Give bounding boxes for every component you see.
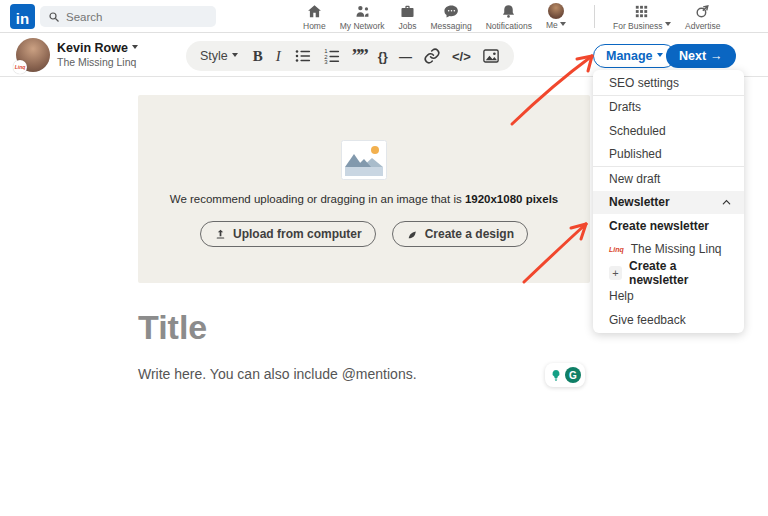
search-input[interactable]: [66, 11, 196, 23]
linkedin-logo[interactable]: in: [10, 4, 35, 29]
divider-icon[interactable]: —: [399, 49, 412, 64]
home-icon: [306, 3, 323, 20]
chat-icon: [443, 3, 460, 20]
numbered-list-icon[interactable]: 1 2 3: [323, 47, 341, 65]
menu-item-seo-settings[interactable]: SEO settings: [593, 71, 744, 95]
nav-item-label: Advertise: [685, 21, 720, 31]
manage-menu: SEO settings Drafts Scheduled Published …: [593, 70, 744, 333]
nav-item-label: My Network: [340, 21, 385, 31]
caret-down-icon: [665, 22, 671, 29]
menu-item-drafts[interactable]: Drafts: [593, 96, 744, 120]
cover-image-dropzone[interactable]: We recommend uploading or dragging in an…: [138, 95, 590, 283]
briefcase-icon: [399, 3, 416, 20]
menu-item-new-draft[interactable]: New draft: [593, 167, 744, 191]
bold-button[interactable]: B: [253, 48, 263, 65]
menu-item-newsletter[interactable]: Newsletter: [593, 191, 744, 215]
company-logo-badge: Linq: [13, 60, 27, 74]
author-subtitle: The Missing Linq: [57, 56, 136, 68]
upload-actions: Upload from computer Create a design: [138, 221, 590, 247]
caret-down-icon: [560, 22, 566, 29]
article-title-input[interactable]: Title: [138, 308, 207, 347]
caret-down-icon: [232, 53, 238, 60]
nav-divider: [594, 5, 595, 28]
author-avatar[interactable]: Linq: [16, 38, 50, 72]
me-avatar: [548, 3, 564, 19]
top-navbar: in Home My Network Jobs: [0, 0, 768, 33]
create-a-design-button[interactable]: Create a design: [392, 221, 528, 247]
page: in Home My Network Jobs: [0, 0, 768, 516]
grid-icon: [633, 3, 650, 20]
newsletter-logo-icon: Linq: [609, 246, 624, 253]
caret-down-icon: [657, 53, 663, 60]
nav-item-notifications[interactable]: Notifications: [479, 0, 539, 33]
network-icon: [354, 3, 371, 20]
svg-text:3: 3: [324, 59, 328, 65]
grammarly-widget: G: [545, 363, 585, 387]
megaphone-icon: [694, 3, 711, 20]
menu-item-the-missing-linq[interactable]: Linq The Missing Linq: [593, 238, 744, 262]
arrow-right-icon: →: [710, 49, 723, 63]
menu-item-give-feedback[interactable]: Give feedback: [593, 308, 744, 332]
search-icon: [48, 11, 60, 23]
bullet-list-icon[interactable]: [294, 47, 312, 65]
nav-item-label: Jobs: [399, 21, 417, 31]
upload-icon: [214, 228, 227, 241]
nav-item-label: Messaging: [431, 21, 472, 31]
design-pen-icon: [406, 228, 419, 241]
bell-icon: [500, 3, 517, 20]
caret-down-icon: [132, 45, 138, 52]
nav-item-home[interactable]: Home: [296, 0, 333, 33]
image-icon[interactable]: [482, 47, 500, 65]
menu-item-scheduled[interactable]: Scheduled: [593, 119, 744, 143]
nav-item-me[interactable]: Me: [539, 0, 573, 33]
menu-item-create-newsletter[interactable]: Create newsletter: [593, 214, 744, 238]
nav-item-my-network[interactable]: My Network: [333, 0, 392, 33]
code-block-icon[interactable]: </>: [452, 49, 471, 64]
italic-button[interactable]: I: [274, 48, 283, 65]
primary-nav: Home My Network Jobs Messaging: [296, 0, 573, 33]
nav-item-messaging[interactable]: Messaging: [424, 0, 479, 33]
plus-icon: +: [609, 266, 622, 280]
nav-item-label: Me: [546, 20, 566, 30]
upload-hint: We recommend uploading or dragging in an…: [138, 193, 590, 205]
article-body-input[interactable]: Write here. You can also include @mentio…: [138, 366, 417, 382]
lightbulb-icon[interactable]: [549, 368, 563, 382]
menu-item-published[interactable]: Published: [593, 143, 744, 167]
nav-item-advertise[interactable]: Advertise: [678, 0, 727, 33]
nav-item-jobs[interactable]: Jobs: [392, 0, 424, 33]
link-icon[interactable]: [423, 47, 441, 65]
blockquote-icon[interactable]: ””: [352, 51, 367, 61]
nav-item-label: For Business: [613, 21, 671, 31]
menu-item-create-a-newsletter[interactable]: + Create a newsletter: [593, 261, 744, 285]
style-dropdown[interactable]: Style: [200, 49, 238, 63]
menu-item-help[interactable]: Help: [593, 285, 744, 309]
nav-item-label: Home: [303, 21, 326, 31]
author-name[interactable]: Kevin Rowe: [57, 41, 138, 55]
inline-code-icon[interactable]: {}: [378, 49, 388, 64]
nav-item-label: Notifications: [486, 21, 532, 31]
search-bar[interactable]: [40, 6, 216, 27]
grammarly-icon[interactable]: G: [565, 367, 581, 383]
upload-from-computer-button[interactable]: Upload from computer: [200, 221, 376, 247]
next-button[interactable]: Next →: [666, 44, 736, 68]
formatting-toolbar: Style B I 1 2 3 ”” {} — </>: [186, 41, 514, 71]
nav-item-for-business[interactable]: For Business: [606, 0, 678, 33]
manage-button[interactable]: Manage: [593, 44, 676, 68]
image-placeholder-icon: [341, 140, 387, 180]
chevron-up-icon: [721, 197, 732, 208]
